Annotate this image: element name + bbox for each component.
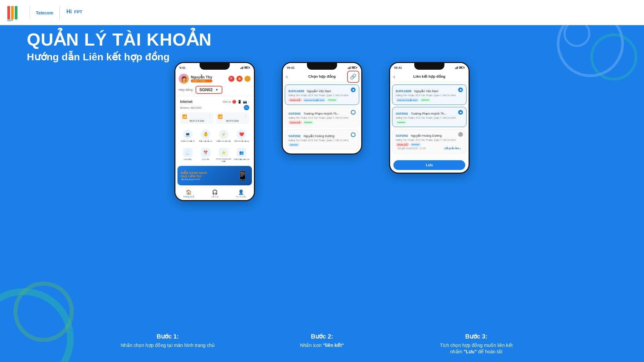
p3-contract1-tag1: Internet-Truyền hình — [396, 98, 419, 102]
save-button[interactable]: Lưu — [393, 160, 465, 170]
step1-desc: Bước 1: Nhấn chọn hợp đồng tại màn hình … — [117, 333, 218, 355]
nav-support[interactable]: 🎧 Hỗ trợ — [202, 189, 228, 198]
internet-title: Internet — [180, 100, 193, 104]
send-link-text: Gửi phản ảnh — [444, 147, 460, 150]
promo-line1: ĐIỂM DANH NGAY — [181, 171, 207, 175]
action-kids[interactable]: 👶 Bảo vệ trẻ em — [198, 130, 214, 142]
p3-contract1-id: BJFKAB98 — [396, 89, 412, 93]
refer-icon: 👥 — [237, 148, 246, 157]
p3-contract1-name: Nguyễn Văn Nam — [414, 89, 438, 93]
step3-desc: Bước 3: Tích chọn hợp đồng muốn liên kết… — [426, 333, 527, 355]
contract3-id: SGFDN2 — [288, 134, 301, 138]
svg-text:Hi: Hi — [66, 9, 72, 14]
phone2-title: Chọn hợp đồng — [308, 74, 336, 79]
contract2-id: SGFDN2 — [288, 112, 301, 115]
phone3-time: 09:41 — [394, 66, 402, 69]
menu-loyal[interactable]: ⭐ Khách hàng thân thiết — [215, 148, 232, 162]
send-link[interactable]: Gửi phản ảnh › — [444, 147, 461, 150]
wifi-24-icon: 📶 — [182, 114, 187, 119]
p3-contract2-addr: đường Tân Thuận, KCX Tân Thuận, Quận 7, … — [396, 117, 463, 119]
p3-contract3-tags: Chính chủ Internet — [396, 143, 463, 146]
back-btn[interactable]: ‹ — [286, 74, 288, 79]
fpt-logo: FPT — [7, 4, 23, 21]
contract3-header: SGFDN2 Nguyễn Hoàng Dương — [288, 132, 356, 138]
action4-label: Sức khoẻ mạng — [234, 140, 249, 142]
refresh-btn[interactable]: ↻ — [244, 105, 249, 110]
svg-text:FPT: FPT — [74, 9, 83, 14]
wifi-24-item[interactable]: 📶 ⋮ Wi-Fi 2.4 GHz — [180, 112, 214, 124]
action2-label: Bảo vệ trẻ em — [199, 140, 212, 142]
p3-contract3-addr: đường Tân Thuận, KCX Tân Thuận, Quận 7, … — [396, 139, 463, 141]
steps-container: Bước 1: Nhấn chọn hợp đồng tại màn hình … — [0, 333, 644, 355]
phone1-bottom-nav: 🏠 Trang chủ 🎧 Hỗ trợ 👤 Tài khoản — [175, 187, 254, 200]
p3-contract-card-1[interactable]: BJFKAB98 Nguyễn Văn Nam đường Tân Thuận,… — [392, 84, 467, 105]
p3-contract1-addr: đường Tân Thuận, KCX Tân Thuận, Quận 7, … — [396, 94, 463, 97]
menu-refer[interactable]: 👥 Giới thiệu bạn bè — [233, 148, 250, 162]
p3-contract1-tag2: Camera — [420, 98, 431, 102]
contract2-tag2: Camera — [303, 121, 314, 124]
menu2-label: Lịch đài — [202, 158, 209, 160]
contract-card-3[interactable]: SGFDN2 Nguyễn Hoàng Dương đường Tân Thuậ… — [285, 129, 359, 149]
user-info: 👩 Nguyễn Thy 1000 F-Gold — [179, 74, 212, 84]
contract1-tags: Chính chủ Internet-Truyền hình Camera — [288, 98, 356, 102]
telecom-label: Telecom — [36, 10, 53, 15]
logo-divider2 — [59, 6, 60, 19]
menu-invoice[interactable]: 🧾 Hoá đơn — [179, 148, 196, 162]
wifi-5-item[interactable]: 📶 ⋮ Wi-Fi 5 GHz — [216, 112, 249, 124]
contract-card-2[interactable]: SGFDN2 Trương Phạm Huỳnh Th... đường Tân… — [285, 107, 359, 127]
wifi-signal-icon3 — [455, 66, 458, 69]
battery-icon3 — [459, 66, 465, 69]
contract1-id-name: BJFKAB98 Nguyễn Văn Nam — [288, 87, 331, 94]
invoice-icon: 🧾 — [183, 148, 193, 157]
action-speed[interactable]: ⚡ Kiểm tra tốc độ — [215, 130, 232, 142]
nav-home[interactable]: 🏠 Trang chủ — [175, 189, 202, 198]
nav1-label: Trang chủ — [183, 195, 194, 198]
logo-divider — [30, 6, 30, 19]
contract2-addr: đường Tân Thuận, KCX Tân Thuận, Quận 7, … — [288, 117, 356, 119]
action-health[interactable]: ❤️ Sức khoẻ mạng — [233, 130, 250, 142]
radio-btn-3[interactable] — [351, 132, 356, 137]
p3-contract-card-2[interactable]: SGFDN2 Trương Phạm Huỳnh Th... đường Tân… — [392, 107, 467, 127]
menu4-label: Giới thiệu bạn bè — [234, 158, 250, 160]
phone2: 09:41 ‹ Chọn hợp đồng 🔗 — [282, 62, 362, 155]
contract-card-1[interactable]: BJFKAB98 Nguyễn Văn Nam đường Tân Thuận,… — [285, 84, 359, 105]
device-icon: 💻 — [183, 130, 193, 139]
wifi-5-icon: 📶 — [218, 114, 223, 119]
wifi-24-dots: ⋮ — [208, 114, 212, 119]
nav3-label: Tài khoản — [236, 195, 246, 198]
title-area: QUẢN LÝ TÀI KHOẢN Hướng dẫn Liên kết hợp… — [27, 30, 212, 63]
p3-radio-btn-3[interactable] — [458, 132, 463, 137]
p3-contract3-header: SGFDN2 Nguyễn Hoàng Dương — [396, 132, 463, 138]
internet-section: Internet Dịch vụ 🔴 📱 📷 › Modem: AE1200C … — [177, 98, 252, 126]
wifi-5-dots: ⋮ — [244, 114, 247, 119]
nav-account[interactable]: 👤 Tài khoản — [228, 189, 254, 198]
p3-radio-btn-1[interactable] — [458, 87, 463, 92]
contract1-name: Nguyễn Văn Nam — [307, 89, 331, 93]
radio-btn-1[interactable] — [351, 87, 356, 92]
promo-banner[interactable]: ĐIỂM DANH NGAY QUÀ LIÊN TAY Tại Ứng dụng… — [177, 166, 252, 185]
p3-contract-card-3[interactable]: SGFDN2 Nguyễn Hoàng Dương đường Tân Thuậ… — [392, 129, 467, 154]
contract1-header: BJFKAB98 Nguyễn Văn Nam — [288, 87, 356, 94]
page-subtitle: Hướng dẫn Liên kết hợp đồng — [27, 51, 212, 63]
phone3-back-btn[interactable]: ‹ — [393, 74, 395, 79]
link-icon-button[interactable]: 🔗 — [347, 71, 359, 83]
p3-radio-inner-1 — [460, 89, 462, 91]
wifi-signal-icon2 — [348, 66, 351, 69]
account-icon: 👤 — [238, 189, 244, 195]
action-device[interactable]: 💻 Quản lý thiết bị — [179, 130, 196, 142]
p3-contract2-id-name: SGFDN2 Trương Phạm Huỳnh Th... — [396, 110, 446, 116]
menu-schedule[interactable]: 📅 Lịch đài — [198, 148, 214, 162]
step2-text: Nhấn icon "liên kết" — [272, 342, 372, 349]
search-icon[interactable]: 🔍 — [228, 76, 234, 82]
contract2-tags: Chính chủ Camera — [288, 121, 356, 124]
schedule-icon: 📅 — [201, 148, 210, 157]
contract-selector[interactable]: SGN02 ▼ — [196, 86, 222, 94]
p3-contract2-tags: Camera — [396, 121, 463, 124]
user-badge: 1000 F-Gold — [191, 79, 212, 82]
p3-radio-btn-2[interactable] — [458, 110, 463, 115]
notification-icon[interactable]: 🔔 — [236, 76, 243, 82]
user-details: Nguyễn Thy 1000 F-Gold — [191, 75, 212, 82]
cart-icon[interactable]: 🛒 — [245, 76, 251, 82]
radio-btn-2[interactable] — [351, 110, 356, 115]
contract3-tag1: Internet — [288, 143, 299, 146]
